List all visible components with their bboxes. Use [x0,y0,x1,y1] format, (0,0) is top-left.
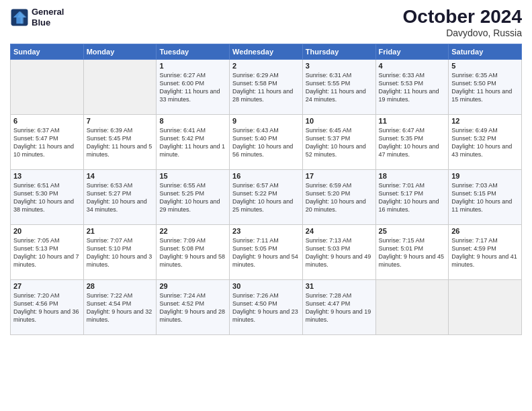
logo-icon [10,8,29,27]
cell-info: Sunrise: 6:47 AMSunset: 5:35 PMDaylight:… [379,126,446,159]
day-number: 24 [306,227,373,235]
day-number: 14 [87,172,154,180]
header-day-monday: Monday [83,44,157,59]
calendar-cell: 19Sunrise: 7:03 AMSunset: 5:15 PMDayligh… [449,169,522,224]
calendar-cell: 29Sunrise: 7:24 AMSunset: 4:52 PMDayligh… [157,279,230,334]
cell-info: Sunrise: 6:41 AMSunset: 5:42 PMDaylight:… [159,126,226,159]
logo: General Blue [10,7,64,28]
calendar-cell: 26Sunrise: 7:17 AMSunset: 4:59 PMDayligh… [449,224,522,279]
day-number: 5 [451,62,519,70]
cell-info: Sunrise: 6:57 AMSunset: 5:22 PMDaylight:… [232,181,300,214]
calendar-cell: 7Sunrise: 6:39 AMSunset: 5:45 PMDaylight… [83,114,157,169]
cell-info: Sunrise: 7:15 AMSunset: 5:01 PMDaylight:… [379,236,446,269]
cell-info: Sunrise: 7:11 AMSunset: 5:05 PMDaylight:… [232,236,300,269]
day-number: 18 [379,172,446,180]
calendar-cell: 2Sunrise: 6:29 AMSunset: 5:58 PMDaylight… [230,59,303,114]
day-number: 22 [159,227,226,235]
header-day-wednesday: Wednesday [230,44,303,59]
day-number: 9 [232,117,300,125]
calendar-cell: 31Sunrise: 7:28 AMSunset: 4:47 PMDayligh… [302,279,375,334]
cell-info: Sunrise: 6:51 AMSunset: 5:30 PMDaylight:… [13,181,81,214]
cell-info: Sunrise: 6:33 AMSunset: 5:53 PMDaylight:… [379,71,446,104]
cell-info: Sunrise: 7:22 AMSunset: 4:54 PMDaylight:… [87,291,154,324]
calendar-cell: 11Sunrise: 6:47 AMSunset: 5:35 PMDayligh… [375,114,449,169]
header-day-friday: Friday [375,44,449,59]
cell-info: Sunrise: 7:07 AMSunset: 5:10 PMDaylight:… [87,236,154,269]
day-number: 8 [159,117,226,125]
day-number: 15 [159,172,226,180]
calendar-cell: 16Sunrise: 6:57 AMSunset: 5:22 PMDayligh… [230,169,303,224]
calendar-cell: 27Sunrise: 7:20 AMSunset: 4:56 PMDayligh… [11,279,84,334]
calendar-week-row: 1Sunrise: 6:27 AMSunset: 6:00 PMDaylight… [11,59,522,114]
cell-info: Sunrise: 6:49 AMSunset: 5:32 PMDaylight:… [451,126,519,159]
day-number: 2 [232,62,300,70]
cell-info: Sunrise: 6:43 AMSunset: 5:40 PMDaylight:… [232,126,300,159]
day-number: 6 [13,117,81,125]
calendar-cell: 24Sunrise: 7:13 AMSunset: 5:03 PMDayligh… [302,224,375,279]
calendar-cell: 6Sunrise: 6:37 AMSunset: 5:47 PMDaylight… [11,114,84,169]
day-number: 10 [306,117,373,125]
logo-line1: General [32,7,64,17]
calendar-cell: 25Sunrise: 7:15 AMSunset: 5:01 PMDayligh… [375,224,449,279]
header-day-sunday: Sunday [11,44,84,59]
calendar-cell: 17Sunrise: 6:59 AMSunset: 5:20 PMDayligh… [302,169,375,224]
calendar-cell: 21Sunrise: 7:07 AMSunset: 5:10 PMDayligh… [83,224,157,279]
day-number: 19 [451,172,519,180]
calendar-cell [375,279,449,334]
calendar-cell: 8Sunrise: 6:41 AMSunset: 5:42 PMDaylight… [157,114,230,169]
month-title: October 2024 [403,7,522,28]
cell-info: Sunrise: 7:17 AMSunset: 4:59 PMDaylight:… [451,236,519,269]
cell-info: Sunrise: 7:09 AMSunset: 5:08 PMDaylight:… [159,236,226,269]
calendar-cell: 18Sunrise: 7:01 AMSunset: 5:17 PMDayligh… [375,169,449,224]
cell-info: Sunrise: 6:59 AMSunset: 5:20 PMDaylight:… [306,181,373,214]
calendar-cell: 1Sunrise: 6:27 AMSunset: 6:00 PMDaylight… [157,59,230,114]
header-day-thursday: Thursday [302,44,375,59]
calendar-cell: 12Sunrise: 6:49 AMSunset: 5:32 PMDayligh… [449,114,522,169]
calendar-cell: 4Sunrise: 6:33 AMSunset: 5:53 PMDaylight… [375,59,449,114]
calendar-cell: 13Sunrise: 6:51 AMSunset: 5:30 PMDayligh… [11,169,84,224]
day-number: 17 [306,172,373,180]
calendar-cell: 9Sunrise: 6:43 AMSunset: 5:40 PMDaylight… [230,114,303,169]
day-number: 20 [13,227,81,235]
calendar-week-row: 6Sunrise: 6:37 AMSunset: 5:47 PMDaylight… [11,114,522,169]
cell-info: Sunrise: 6:27 AMSunset: 6:00 PMDaylight:… [159,71,226,104]
day-number: 21 [87,227,154,235]
calendar-cell [11,59,84,114]
cell-info: Sunrise: 7:28 AMSunset: 4:47 PMDaylight:… [306,291,373,324]
calendar-cell: 14Sunrise: 6:53 AMSunset: 5:27 PMDayligh… [83,169,157,224]
day-number: 26 [451,227,519,235]
day-number: 31 [306,282,373,290]
calendar-cell: 15Sunrise: 6:55 AMSunset: 5:25 PMDayligh… [157,169,230,224]
cell-info: Sunrise: 6:37 AMSunset: 5:47 PMDaylight:… [13,126,81,159]
calendar-cell [449,279,522,334]
calendar-cell: 20Sunrise: 7:05 AMSunset: 5:13 PMDayligh… [11,224,84,279]
header-day-saturday: Saturday [449,44,522,59]
day-number: 11 [379,117,446,125]
cell-info: Sunrise: 7:01 AMSunset: 5:17 PMDaylight:… [379,181,446,214]
location: Davydovo, Russia [403,28,522,38]
calendar-cell: 23Sunrise: 7:11 AMSunset: 5:05 PMDayligh… [230,224,303,279]
day-number: 16 [232,172,300,180]
title-block: October 2024 Davydovo, Russia [403,7,522,38]
calendar-table: SundayMondayTuesdayWednesdayThursdayFrid… [10,44,522,335]
header-day-tuesday: Tuesday [157,44,230,59]
day-number: 1 [159,62,226,70]
logo-line2: Blue [32,17,50,28]
cell-info: Sunrise: 6:45 AMSunset: 5:37 PMDaylight:… [306,126,373,159]
day-number: 29 [159,282,226,290]
logo-text: General Blue [32,7,64,28]
calendar-cell: 28Sunrise: 7:22 AMSunset: 4:54 PMDayligh… [83,279,157,334]
calendar-cell: 3Sunrise: 6:31 AMSunset: 5:55 PMDaylight… [302,59,375,114]
calendar-header-row: SundayMondayTuesdayWednesdayThursdayFrid… [11,44,522,59]
header: General Blue October 2024 Davydovo, Russ… [10,7,522,38]
cell-info: Sunrise: 6:29 AMSunset: 5:58 PMDaylight:… [232,71,300,104]
cell-info: Sunrise: 6:31 AMSunset: 5:55 PMDaylight:… [306,71,373,104]
cell-info: Sunrise: 7:20 AMSunset: 4:56 PMDaylight:… [13,291,81,324]
calendar-week-row: 13Sunrise: 6:51 AMSunset: 5:30 PMDayligh… [11,169,522,224]
calendar-cell: 5Sunrise: 6:35 AMSunset: 5:50 PMDaylight… [449,59,522,114]
calendar-cell: 30Sunrise: 7:26 AMSunset: 4:50 PMDayligh… [230,279,303,334]
cell-info: Sunrise: 7:03 AMSunset: 5:15 PMDaylight:… [451,181,519,214]
cell-info: Sunrise: 7:26 AMSunset: 4:50 PMDaylight:… [232,291,300,324]
calendar-cell: 22Sunrise: 7:09 AMSunset: 5:08 PMDayligh… [157,224,230,279]
cell-info: Sunrise: 7:05 AMSunset: 5:13 PMDaylight:… [13,236,81,269]
